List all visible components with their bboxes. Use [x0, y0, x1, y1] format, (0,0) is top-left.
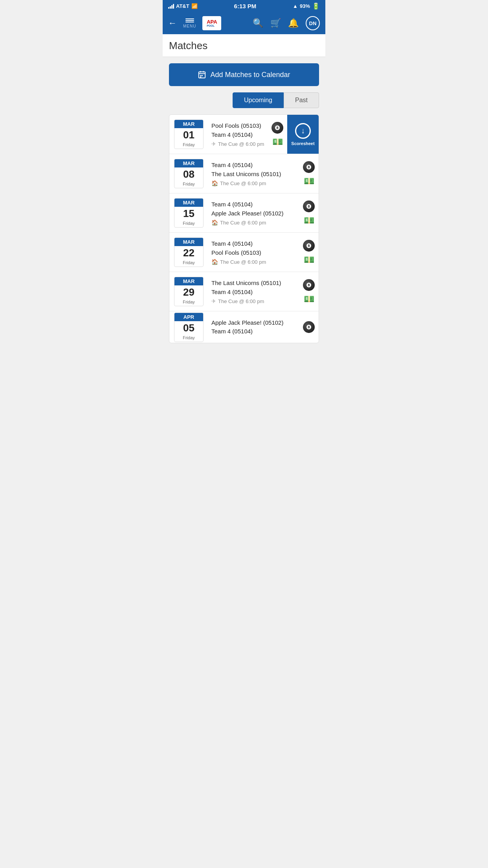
signal-icon — [168, 4, 174, 9]
date-badge: Apr 05 Friday — [174, 313, 204, 342]
bell-icon[interactable]: 🔔 — [288, 18, 299, 28]
calendar-icon — [198, 70, 206, 79]
match-venue: ✈ The Cue @ 6:00 pm — [211, 141, 264, 147]
match-teams: The Last Unicorns (05101) Team 4 (05104) — [211, 279, 296, 296]
past-tab[interactable]: Past — [284, 92, 319, 108]
table-row: Mar 15 Friday Team 4 (05104) Apple Jack … — [169, 193, 319, 233]
match-info: The Last Unicorns (05101) Team 4 (05104)… — [208, 272, 299, 311]
match-icons: 8 💵 — [299, 154, 319, 193]
logo-text: APA — [207, 19, 217, 24]
scoresheet-button[interactable]: ↓ Scoresheet — [287, 115, 319, 154]
month-label: Apr — [174, 313, 203, 321]
match-icons: 8 — [299, 311, 319, 343]
wifi-icon: 📶 — [191, 3, 198, 9]
status-left: AT&T 📶 — [168, 3, 198, 9]
carrier-label: AT&T — [176, 3, 189, 9]
date-badge: Mar 01 Friday — [174, 120, 204, 149]
status-time: 6:13 PM — [234, 3, 257, 9]
match-info: Team 4 (05104) The Last Unicorns (05101)… — [208, 154, 299, 193]
match-icons: 8 💵 — [268, 115, 287, 154]
home-icon: 🏠 — [211, 219, 218, 226]
match-icons: 8 💵 — [299, 272, 319, 311]
location-icon: ▲ — [293, 3, 298, 9]
day-label: 08 — [174, 167, 203, 181]
team1-label: Team 4 (05104) — [211, 239, 296, 248]
month-label: Mar — [174, 120, 203, 128]
team1-label: Apple Jack Please! (05102) — [211, 318, 296, 327]
team2-label: Team 4 (05104) — [211, 327, 296, 336]
nav-bar: ← MENU APA POOL 🔍 🛒 🔔 DN — [163, 12, 325, 34]
match-info: Team 4 (05104) Pool Fools (05103) 🏠 The … — [208, 233, 299, 272]
day-label: 01 — [174, 128, 203, 142]
svg-rect-5 — [202, 75, 203, 76]
nav-left: ← MENU APA POOL — [168, 16, 221, 30]
match-teams: Team 4 (05104) Pool Fools (05103) — [211, 239, 296, 257]
menu-label: MENU — [183, 24, 196, 28]
weekday-label: Friday — [174, 260, 203, 267]
weekday-label: Friday — [174, 299, 203, 306]
match-info: Apple Jack Please! (05102) Team 4 (05104… — [208, 311, 299, 343]
match-info: Team 4 (05104) Apple Jack Please! (05102… — [208, 193, 299, 232]
money-icon: 💵 — [272, 137, 283, 147]
search-icon[interactable]: 🔍 — [253, 18, 263, 28]
eight-ball-icon: 8 — [303, 161, 315, 173]
team2-label: Apple Jack Please! (05102) — [211, 209, 296, 218]
table-row: Mar 01 Friday Pool Fools (05103) Team 4 … — [169, 115, 319, 154]
money-icon: 💵 — [304, 255, 314, 265]
weekday-label: Friday — [174, 181, 203, 188]
match-teams: Pool Fools (05103) Team 4 (05104) — [211, 121, 264, 139]
battery-icon: 🔋 — [312, 2, 320, 10]
menu-button[interactable]: MENU — [183, 18, 196, 28]
date-badge: Mar 08 Friday — [174, 159, 204, 188]
scoresheet-label: Scoresheet — [291, 141, 314, 146]
apa-logo: APA POOL — [202, 16, 221, 30]
match-venue: 🏠 The Cue @ 6:00 pm — [211, 180, 296, 186]
money-icon: 💵 — [304, 215, 314, 226]
weekday-label: Friday — [174, 335, 203, 342]
day-label: 22 — [174, 246, 203, 260]
upcoming-tab[interactable]: Upcoming — [233, 92, 284, 108]
match-venue: ✈ The Cue @ 6:00 pm — [211, 298, 296, 304]
add-calendar-button[interactable]: Add Matches to Calendar — [169, 63, 319, 86]
table-row: Apr 05 Friday Apple Jack Please! (05102)… — [169, 311, 319, 343]
back-button[interactable]: ← — [168, 18, 177, 28]
day-label: 15 — [174, 207, 203, 221]
team1-label: Team 4 (05104) — [211, 200, 296, 209]
month-label: Mar — [174, 277, 203, 285]
match-info: Pool Fools (05103) Team 4 (05104) ✈ The … — [208, 115, 268, 154]
venue-label: The Cue @ 6:00 pm — [218, 298, 264, 304]
eight-ball-icon: 8 — [272, 122, 283, 134]
table-row: Mar 22 Friday Team 4 (05104) Pool Fools … — [169, 233, 319, 272]
team2-label: Team 4 (05104) — [211, 131, 264, 140]
svg-rect-4 — [200, 75, 202, 76]
weekday-label: Friday — [174, 221, 203, 227]
match-teams: Team 4 (05104) Apple Jack Please! (05102… — [211, 200, 296, 218]
table-row: Mar 08 Friday Team 4 (05104) The Last Un… — [169, 154, 319, 193]
month-label: Mar — [174, 238, 203, 246]
page-title-bar: Matches — [163, 34, 325, 57]
day-label: 29 — [174, 285, 203, 299]
match-icons: 8 💵 — [299, 233, 319, 272]
weekday-label: Friday — [174, 142, 203, 149]
avatar[interactable]: DN — [306, 16, 320, 30]
add-calendar-label: Add Matches to Calendar — [210, 71, 290, 79]
money-icon: 💵 — [304, 294, 314, 304]
team1-label: Team 4 (05104) — [211, 161, 296, 170]
download-icon: ↓ — [295, 123, 311, 139]
plane-icon: ✈ — [211, 298, 216, 304]
home-icon: 🏠 — [211, 259, 218, 265]
table-row: Mar 29 Friday The Last Unicorns (05101) … — [169, 272, 319, 311]
svg-rect-6 — [200, 77, 202, 78]
match-venue: 🏠 The Cue @ 6:00 pm — [211, 259, 296, 265]
venue-label: The Cue @ 6:00 pm — [220, 259, 266, 265]
home-icon: 🏠 — [211, 180, 218, 186]
match-icons: 8 💵 — [299, 193, 319, 232]
status-right: ▲ 93% 🔋 — [293, 2, 320, 10]
team2-label: Team 4 (05104) — [211, 288, 296, 297]
eight-ball-icon: 8 — [303, 321, 315, 333]
nav-right: 🔍 🛒 🔔 DN — [253, 16, 320, 30]
plane-icon: ✈ — [211, 141, 216, 147]
battery-percent: 93% — [300, 3, 310, 9]
day-label: 05 — [174, 321, 203, 335]
cart-icon[interactable]: 🛒 — [270, 18, 281, 28]
